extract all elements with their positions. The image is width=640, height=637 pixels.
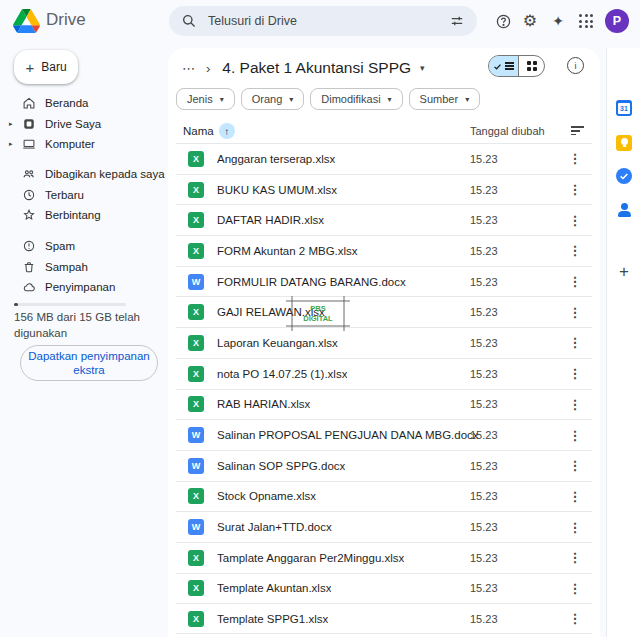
- filter-chip-dimodifikasi[interactable]: Dimodifikasi ▾: [310, 88, 402, 110]
- sidebar-item-beranda[interactable]: Beranda: [0, 93, 168, 114]
- more-options-icon[interactable]: ⋮: [567, 550, 583, 565]
- settings-gear-icon[interactable]: ⚙: [517, 8, 543, 34]
- breadcrumb-ellipsis-button[interactable]: ⋯: [178, 61, 200, 76]
- sidebar-nav-tertiary: Spam Sampah Penyimpanan: [0, 236, 168, 298]
- grid-view-icon: [527, 61, 537, 71]
- table-row[interactable]: X Laporan Keuangan.xlsx 15.23 ⋮: [176, 327, 592, 358]
- table-row[interactable]: W FORMULIR DATANG BARANG.docx 15.23 ⋮: [176, 266, 592, 297]
- table-row[interactable]: X RAB HARIAN.xlsx 15.23 ⋮: [176, 389, 592, 420]
- clock-icon: [22, 188, 36, 202]
- sidebar-item-dibagikan-kepada-saya[interactable]: Dibagikan kepada saya: [0, 164, 168, 185]
- search-icon[interactable]: [181, 13, 197, 29]
- table-row[interactable]: X Tamplate Anggaran Per2Minggu.xlsx 15.2…: [176, 542, 592, 573]
- contacts-icon[interactable]: [616, 202, 632, 218]
- table-row[interactable]: W Surat Jalan+TTD.docx 15.23 ⋮: [176, 511, 592, 542]
- more-options-icon[interactable]: ⋮: [567, 581, 583, 596]
- sidebar-item-penyimpanan[interactable]: Penyimpanan: [0, 277, 168, 298]
- plus-icon: +: [25, 60, 34, 75]
- more-options-icon[interactable]: ⋮: [567, 428, 583, 443]
- chevron-down-icon: ▾: [220, 95, 224, 104]
- more-options-icon[interactable]: ⋮: [567, 305, 583, 320]
- check-icon: [493, 62, 502, 71]
- sort-options-icon[interactable]: [571, 126, 584, 138]
- name-column-header[interactable]: Nama ↑: [183, 123, 235, 139]
- more-options-icon[interactable]: ⋮: [567, 366, 583, 381]
- filter-chip-orang[interactable]: Orang ▾: [241, 88, 305, 110]
- shared-people-icon: [22, 167, 36, 181]
- list-view-icon: [505, 61, 514, 72]
- search-input[interactable]: [206, 13, 440, 29]
- gemini-spark-icon[interactable]: ✦: [545, 8, 571, 34]
- get-more-storage-button[interactable]: Dapatkan penyimpanan ekstra: [20, 345, 158, 381]
- grid-view-button[interactable]: [519, 56, 544, 76]
- more-options-icon[interactable]: ⋮: [567, 182, 583, 197]
- details-info-icon[interactable]: i: [567, 57, 584, 74]
- sidebar-item-berbintang[interactable]: Berbintang: [0, 205, 168, 226]
- table-row[interactable]: X DAFTAR HADIR.xlsx 15.23 ⋮: [176, 204, 592, 235]
- sort-ascending-icon[interactable]: ↑: [219, 123, 235, 139]
- calendar-icon[interactable]: 31: [616, 100, 632, 116]
- sidebar-nav-primary: Beranda ▸ Drive Saya ▸ Komputer: [0, 93, 168, 155]
- table-row[interactable]: X FORM Akuntan 2 MBG.xlsx 15.23 ⋮: [176, 235, 592, 266]
- word-file-icon: W: [188, 458, 204, 474]
- expand-arrow-icon[interactable]: ▸: [9, 120, 13, 128]
- more-options-icon[interactable]: ⋮: [567, 335, 583, 350]
- table-row[interactable]: X Template Akuntan.xlsx 15.23 ⋮: [176, 573, 592, 604]
- list-view-button[interactable]: [489, 56, 519, 76]
- more-options-icon[interactable]: ⋮: [567, 489, 583, 504]
- sidebar-item-sampah[interactable]: Sampah: [0, 257, 168, 278]
- google-apps-icon[interactable]: [573, 8, 599, 34]
- table-row[interactable]: X GAJI RELAWAN.xlsx 15.23 ⋮: [176, 296, 592, 327]
- storage-progress-bar: [14, 303, 126, 306]
- table-header: Nama ↑ Tanggal diubah: [176, 120, 592, 142]
- more-options-icon[interactable]: ⋮: [567, 151, 583, 166]
- table-row[interactable]: X BUKU KAS UMUM.xlsx 15.23 ⋮: [176, 174, 592, 205]
- table-row[interactable]: X Template SPPG1.xlsx 15.23 ⋮: [176, 603, 592, 634]
- sidebar-nav-secondary: Dibagikan kepada saya Terbaru Berbintang: [0, 164, 168, 226]
- excel-file-icon: X: [188, 396, 204, 412]
- sidebar-item-drive-saya[interactable]: ▸ Drive Saya: [0, 114, 168, 135]
- help-icon[interactable]: [490, 8, 516, 34]
- more-options-icon[interactable]: ⋮: [567, 611, 583, 626]
- search-bar[interactable]: [169, 6, 477, 36]
- table-row[interactable]: W Salinan SOP SPPG.docx 15.23 ⋮: [176, 450, 592, 481]
- expand-arrow-icon[interactable]: ▸: [9, 140, 13, 148]
- excel-file-icon: X: [188, 335, 204, 351]
- file-browser-card: ⋯ › 4. Paket 1 Akuntansi SPPG ▾ i Jenis …: [168, 48, 600, 637]
- home-icon: [22, 96, 36, 110]
- more-options-icon[interactable]: ⋮: [567, 397, 583, 412]
- star-icon: [22, 208, 36, 222]
- table-row[interactable]: X Anggaran terserap.xlsx 15.23 ⋮: [176, 143, 592, 174]
- more-options-icon[interactable]: ⋮: [567, 243, 583, 258]
- new-button[interactable]: + Baru: [14, 50, 78, 84]
- table-row[interactable]: W Salinan PROPOSAL PENGJUAN DANA MBG.doc…: [176, 419, 592, 450]
- more-options-icon[interactable]: ⋮: [567, 213, 583, 228]
- tasks-icon[interactable]: [616, 168, 632, 184]
- filter-chip-row: Jenis ▾ Orang ▾ Dimodifikasi ▾ Sumber ▾: [176, 88, 480, 110]
- filter-chip-sumber[interactable]: Sumber ▾: [409, 88, 481, 110]
- folder-title[interactable]: 4. Paket 1 Akuntansi SPPG: [222, 59, 411, 77]
- storage-usage-text: 156 MB dari 15 GB telah digunakan: [14, 310, 140, 341]
- excel-file-icon: X: [188, 550, 204, 566]
- sidebar-item-komputer[interactable]: ▸ Komputer: [0, 134, 168, 155]
- google-drive-app: Drive ⚙ ✦ P + Baru: [0, 0, 640, 637]
- more-options-icon[interactable]: ⋮: [567, 458, 583, 473]
- keep-icon[interactable]: [616, 135, 632, 151]
- chevron-down-icon[interactable]: ▾: [420, 63, 425, 73]
- modified-column-header[interactable]: Tanggal diubah: [470, 125, 545, 137]
- table-row[interactable]: X nota PO 14.07.25 (1).xlsx 15.23 ⋮: [176, 358, 592, 389]
- table-row[interactable]: X Stock Opname.xlsx 15.23 ⋮: [176, 481, 592, 512]
- excel-file-icon: X: [188, 304, 204, 320]
- sidebar-item-terbaru[interactable]: Terbaru: [0, 185, 168, 206]
- filter-chip-jenis[interactable]: Jenis ▾: [176, 88, 235, 110]
- my-drive-icon: [22, 117, 36, 131]
- search-options-icon[interactable]: [449, 13, 465, 29]
- account-avatar[interactable]: P: [605, 9, 629, 33]
- sidebar-item-spam[interactable]: Spam: [0, 236, 168, 257]
- get-add-ons-icon[interactable]: +: [616, 262, 632, 282]
- more-options-icon[interactable]: ⋮: [567, 274, 583, 289]
- chevron-down-icon: ▾: [289, 95, 293, 104]
- app-title: Drive: [46, 10, 86, 30]
- breadcrumb: ⋯ › 4. Paket 1 Akuntansi SPPG ▾: [178, 56, 425, 80]
- more-options-icon[interactable]: ⋮: [567, 520, 583, 535]
